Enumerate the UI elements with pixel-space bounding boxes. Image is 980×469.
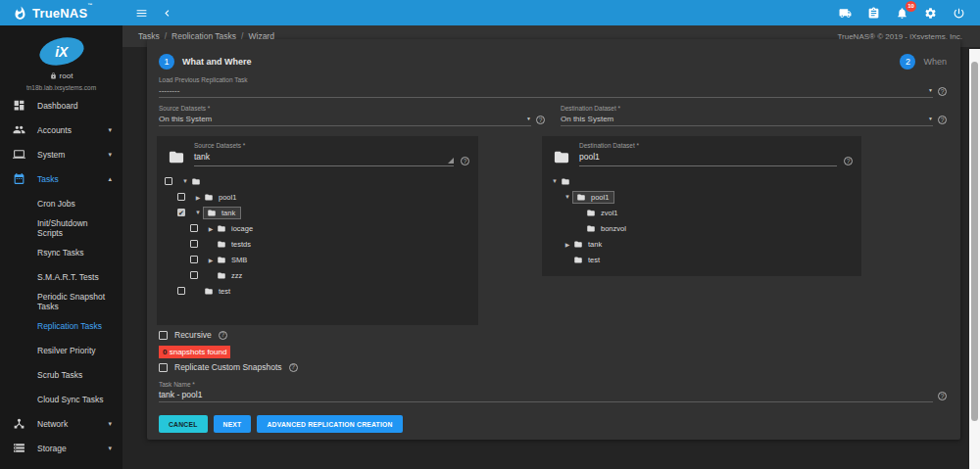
system-selects-row: Source Datasets * On this System ▼ ? Des… xyxy=(159,105,947,126)
source-datasets-input[interactable]: tank xyxy=(194,149,454,166)
tree-caret-right-icon[interactable]: ▶ xyxy=(206,257,216,263)
tree-node-label: pool1 xyxy=(219,193,236,202)
load-previous-field: Load Previous Replication Task -------- … xyxy=(159,76,947,98)
sidebar-item-cron-jobs[interactable]: Cron Jobs xyxy=(0,191,122,215)
dataset-checkbox[interactable] xyxy=(190,271,198,279)
resize-handle[interactable] xyxy=(448,158,454,164)
sidebar-item-rsync-tasks[interactable]: Rsync Tasks xyxy=(0,240,122,264)
tree-node-pool1[interactable]: ▼pool1 xyxy=(542,189,861,205)
sidebar-item-cloud-sync-tasks[interactable]: Cloud Sync Tasks xyxy=(0,387,122,411)
sidebar-item-replication-tasks[interactable]: Replication Tasks xyxy=(0,313,122,338)
sidebar-item-label: Tasks xyxy=(37,174,59,184)
power-icon[interactable] xyxy=(953,7,965,20)
sidebar-item-scrub-tasks[interactable]: Scrub Tasks xyxy=(0,362,122,387)
destination-dataset-input[interactable]: pool1 xyxy=(579,149,837,166)
selected-node-box[interactable]: pool1 xyxy=(572,191,614,204)
tree-caret-down-icon[interactable]: ▼ xyxy=(193,210,203,215)
tree-node-zzz[interactable]: zzz xyxy=(157,267,478,283)
next-button[interactable]: NEXT xyxy=(214,415,252,433)
recursive-label: Recursive xyxy=(174,330,212,340)
sidebar-item-label: Cloud Sync Tasks xyxy=(37,395,103,404)
tree-caret-right-icon[interactable]: ▶ xyxy=(206,225,216,232)
tree-node-bonzvol[interactable]: bonzvol xyxy=(542,220,861,236)
destination-dataset-panel: Destination Dataset * pool1 ? ▼▼pool1zvo… xyxy=(542,136,861,276)
dest-system-help-icon[interactable]: ? xyxy=(938,116,947,124)
sidebar-item-resilver-priority[interactable]: Resilver Priority xyxy=(0,338,122,362)
load-previous-select[interactable]: -------- ▼ xyxy=(159,83,933,98)
sidebar-item-label: System xyxy=(37,150,65,160)
tree-node-tank[interactable]: ✔▼tank xyxy=(157,205,478,220)
sidebar-item-storage[interactable]: Storage▾ xyxy=(0,436,122,460)
tree-caret-down-icon[interactable]: ▼ xyxy=(180,178,190,184)
folder-icon xyxy=(166,149,187,165)
replication-wizard-card: 1 What and Where 2 When Load Previous Re… xyxy=(147,39,960,440)
task-name-help-icon[interactable]: ? xyxy=(938,392,947,400)
task-name-input[interactable]: tank - pool1 xyxy=(159,388,933,402)
dataset-checkbox[interactable] xyxy=(190,256,198,263)
sidebar-item-dashboard[interactable]: Dashboard xyxy=(0,93,122,117)
replicate-custom-snapshots-checkbox[interactable] xyxy=(159,363,168,372)
sidebar-item-system[interactable]: System▾ xyxy=(0,142,122,166)
tree-node-test[interactable]: test xyxy=(542,252,861,267)
chevron-up-icon: ▴ xyxy=(108,175,112,183)
dest-panel-help-icon[interactable]: ? xyxy=(844,157,853,165)
settings-icon[interactable] xyxy=(924,7,937,20)
replicate-custom-help-icon[interactable]: ? xyxy=(289,363,298,372)
tree-node-smb[interactable]: ▶SMB xyxy=(157,252,478,267)
wizard-buttons: CANCELNEXTADVANCED REPLICATION CREATION xyxy=(159,415,403,433)
step-2-indicator[interactable]: 2 xyxy=(900,54,915,70)
dataset-checkbox[interactable] xyxy=(190,240,198,248)
dataset-checkbox[interactable] xyxy=(165,177,172,185)
dataset-checkbox[interactable] xyxy=(177,287,185,295)
network-icon xyxy=(13,417,25,430)
folder-icon xyxy=(572,256,584,264)
tree-node-root[interactable]: ▼ xyxy=(157,173,478,189)
back-icon[interactable] xyxy=(161,7,173,20)
source-datasets-panel: Source Datasets * tank ? ▼▶pool1✔▼tank▶i… xyxy=(157,136,478,325)
truenas-flame-icon xyxy=(13,6,27,21)
source-system-label: Source Datasets * xyxy=(159,105,545,112)
tree-caret-right-icon[interactable]: ▶ xyxy=(193,194,203,201)
scrollbar-thumb[interactable] xyxy=(971,62,978,421)
source-panel-help-icon[interactable]: ? xyxy=(461,157,469,165)
content-area: Tasks / Replication Tasks / Wizard TrueN… xyxy=(122,25,980,469)
sidebar-item-tasks[interactable]: Tasks▴ xyxy=(0,166,122,191)
selected-node-box[interactable]: tank xyxy=(203,207,241,219)
truck-icon[interactable] xyxy=(839,7,852,20)
folder-icon xyxy=(572,240,584,249)
sidebar-item-network[interactable]: Network▾ xyxy=(0,411,122,436)
source-system-help-icon[interactable]: ? xyxy=(536,116,545,124)
tree-node-iocage[interactable]: ▶iocage xyxy=(157,220,478,236)
vertical-scrollbar[interactable] xyxy=(969,49,980,469)
folder-icon xyxy=(575,193,587,202)
menu-icon[interactable] xyxy=(135,7,148,20)
source-system-select[interactable]: On this System ▼ xyxy=(159,112,531,126)
sidebar-item-accounts[interactable]: Accounts▾ xyxy=(0,117,122,142)
tree-caret-right-icon[interactable]: ▶ xyxy=(563,241,572,248)
tree-node-testds[interactable]: testds xyxy=(157,236,478,252)
sidebar: iX root tn18b.lab.ixsystems.com Dashboar… xyxy=(0,25,122,469)
tree-node-pool1[interactable]: ▶pool1 xyxy=(157,189,478,205)
dataset-checkbox[interactable] xyxy=(190,224,198,232)
sidebar-item-s-m-a-r-t-tests[interactable]: S.M.A.R.T. Tests xyxy=(0,264,122,289)
step-1-indicator[interactable]: 1 xyxy=(159,54,174,70)
dest-system-select[interactable]: On this System ▼ xyxy=(561,112,933,126)
dataset-checkbox[interactable] xyxy=(177,193,185,201)
cancel-button[interactable]: CANCEL xyxy=(159,415,208,433)
tree-node-test[interactable]: test xyxy=(157,283,478,299)
sidebar-item-init-shutdown-scripts[interactable]: Init/Shutdown Scripts xyxy=(0,215,122,240)
clipboard-icon[interactable] xyxy=(867,7,880,20)
tree-node-tank[interactable]: ▶tank xyxy=(542,236,861,252)
notifications-icon[interactable]: 10 xyxy=(896,7,908,20)
tree-caret-down-icon[interactable]: ▼ xyxy=(563,194,572,200)
tree-node-zvol1[interactable]: zvol1 xyxy=(542,205,861,220)
dataset-checkbox[interactable]: ✔ xyxy=(177,209,185,216)
recursive-checkbox[interactable] xyxy=(159,331,168,340)
load-previous-help-icon[interactable]: ? xyxy=(938,87,947,96)
tree-node-root[interactable]: ▼ xyxy=(542,173,861,189)
tree-caret-down-icon[interactable]: ▼ xyxy=(550,178,560,184)
source-system-field: Source Datasets * On this System ▼ ? xyxy=(159,105,545,126)
sidebar-item-periodic-snapshot-tasks[interactable]: Periodic Snapshot Tasks xyxy=(0,289,122,313)
advanced-replication-creation-button[interactable]: ADVANCED REPLICATION CREATION xyxy=(257,415,402,433)
recursive-help-icon[interactable]: ? xyxy=(219,331,227,340)
